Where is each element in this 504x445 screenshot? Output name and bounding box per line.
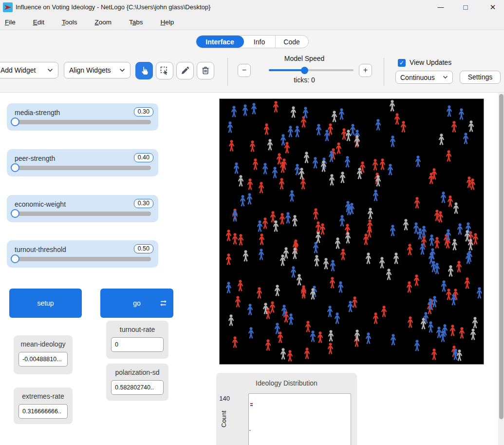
person-agent bbox=[449, 325, 456, 336]
person-agent bbox=[238, 175, 244, 187]
person-agent bbox=[446, 150, 452, 162]
add-widget-dropdown[interactable]: Add Widget bbox=[0, 62, 58, 78]
person-agent bbox=[232, 336, 238, 348]
plot-pen-mark bbox=[249, 430, 251, 431]
person-agent bbox=[288, 313, 294, 325]
minimize-button[interactable]: — bbox=[429, 0, 452, 15]
tab-group: Interface Info Code bbox=[196, 35, 309, 48]
person-agent bbox=[273, 220, 279, 232]
person-agent bbox=[228, 140, 235, 152]
slider-track[interactable] bbox=[14, 120, 151, 124]
menu-tabs[interactable]: Tabs bbox=[127, 18, 145, 27]
speed-decrease-button[interactable]: − bbox=[238, 64, 251, 77]
world-view[interactable] bbox=[219, 98, 484, 365]
hand-pointer-icon bbox=[139, 66, 149, 76]
marquee-select-tool-button[interactable] bbox=[156, 62, 173, 79]
speed-slider-thumb[interactable] bbox=[301, 67, 308, 74]
speed-slider-fill bbox=[269, 69, 304, 71]
person-agent bbox=[304, 348, 310, 359]
person-agent bbox=[331, 111, 337, 122]
hand-tool-button[interactable] bbox=[135, 62, 153, 79]
person-agent bbox=[339, 172, 346, 183]
person-agent bbox=[327, 343, 334, 354]
person-agent bbox=[267, 139, 273, 151]
plot-area bbox=[248, 393, 351, 445]
slider-track[interactable] bbox=[14, 212, 151, 216]
monitor-polarization-sd: polarization-sd 0.582802740.. bbox=[106, 364, 168, 401]
person-agent bbox=[313, 242, 319, 253]
slider-track[interactable] bbox=[14, 257, 151, 261]
person-agent bbox=[283, 247, 289, 259]
menu-edit[interactable]: Edit bbox=[31, 18, 46, 27]
person-agent bbox=[280, 134, 286, 146]
marquee-select-icon bbox=[160, 66, 169, 76]
align-widgets-dropdown[interactable]: Align Widgets bbox=[64, 62, 131, 78]
go-button[interactable]: go bbox=[100, 289, 173, 318]
plot-y-axis-max: 140 bbox=[216, 395, 230, 402]
person-agent bbox=[328, 330, 334, 342]
person-agent bbox=[390, 334, 396, 346]
person-agent bbox=[263, 123, 270, 135]
slider-thumb[interactable] bbox=[11, 254, 19, 263]
monitor-value: 0.582802740.. bbox=[111, 380, 164, 395]
person-agent bbox=[379, 257, 385, 269]
person-agent bbox=[232, 210, 238, 222]
slider-thumb[interactable] bbox=[11, 209, 19, 218]
speed-increase-button[interactable]: + bbox=[359, 64, 372, 77]
tab-info[interactable]: Info bbox=[244, 36, 275, 48]
tab-code[interactable]: Code bbox=[275, 36, 308, 48]
setup-button[interactable]: setup bbox=[9, 289, 82, 318]
person-agent bbox=[379, 158, 386, 170]
person-agent bbox=[233, 162, 240, 174]
view-updates-checkbox[interactable]: ✓ bbox=[398, 59, 406, 67]
person-agent bbox=[464, 230, 470, 242]
person-agent bbox=[262, 163, 268, 174]
person-agent bbox=[367, 208, 373, 219]
person-agent bbox=[429, 248, 436, 260]
person-agent bbox=[407, 316, 413, 328]
menu-help[interactable]: Help bbox=[159, 18, 176, 27]
tab-interface[interactable]: Interface bbox=[196, 36, 244, 48]
slider-track[interactable] bbox=[14, 166, 151, 170]
menu-zoom[interactable]: Zoom bbox=[93, 18, 114, 27]
close-button[interactable]: ✕ bbox=[482, 0, 504, 15]
menu-tools[interactable]: Tools bbox=[60, 18, 79, 27]
settings-button[interactable]: Settings bbox=[460, 71, 501, 84]
ticks-counter: ticks: 0 bbox=[257, 76, 352, 84]
maximize-button[interactable]: □ bbox=[454, 0, 477, 15]
person-agent bbox=[387, 164, 393, 175]
person-agent bbox=[329, 174, 335, 186]
person-agent bbox=[456, 261, 462, 272]
person-agent bbox=[300, 287, 307, 299]
trash-icon bbox=[201, 66, 210, 76]
person-agent bbox=[428, 321, 434, 333]
person-agent bbox=[312, 157, 318, 169]
slider-thumb[interactable] bbox=[11, 117, 19, 126]
plot-y-axis-label: Count bbox=[220, 410, 227, 427]
person-agent bbox=[472, 317, 478, 329]
model-speed-slider[interactable] bbox=[269, 69, 354, 71]
person-agent bbox=[466, 176, 472, 188]
person-agent bbox=[246, 193, 253, 205]
person-agent bbox=[436, 327, 442, 338]
update-mode-dropdown[interactable]: Continuous bbox=[395, 71, 453, 84]
person-agent bbox=[457, 223, 463, 235]
menu-bar: File Edit Tools Zoom Tabs Help bbox=[0, 15, 504, 30]
netlogo-app-icon bbox=[3, 2, 13, 12]
slider-thumb[interactable] bbox=[11, 163, 19, 172]
person-agent bbox=[269, 301, 276, 313]
person-agent bbox=[373, 190, 379, 201]
vertical-scrollbar-thumb[interactable] bbox=[499, 94, 504, 419]
person-agent bbox=[440, 192, 447, 203]
person-agent bbox=[292, 248, 298, 259]
delete-tool-button[interactable] bbox=[197, 62, 214, 79]
plot-ideology-distribution: Ideology Distribution 140 Count bbox=[216, 373, 357, 445]
person-agent bbox=[437, 211, 444, 223]
monitor-value: -0.00488810... bbox=[19, 352, 68, 367]
person-agent bbox=[315, 232, 321, 243]
plot-title: Ideology Distribution bbox=[216, 379, 357, 387]
slider-label: economic-weight bbox=[15, 200, 66, 208]
menu-file[interactable]: File bbox=[3, 18, 18, 27]
edit-tool-button[interactable] bbox=[176, 62, 194, 79]
toolbar-divider bbox=[384, 58, 384, 86]
